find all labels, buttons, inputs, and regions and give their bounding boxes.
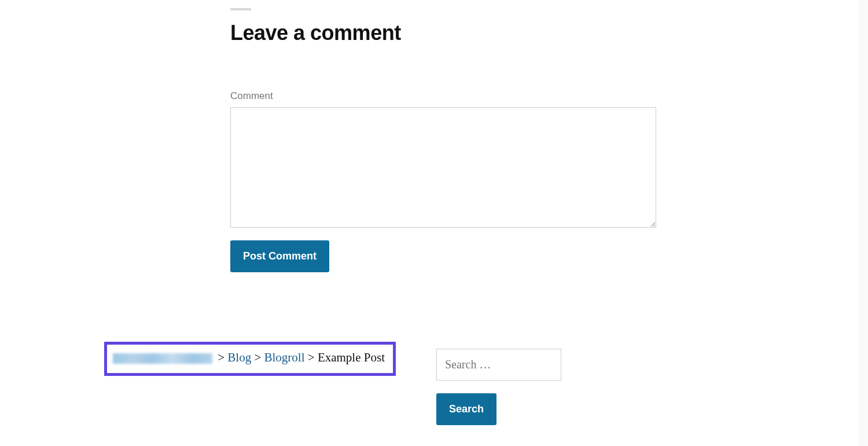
breadcrumb-separator: > bbox=[308, 350, 318, 364]
comment-heading: Leave a comment bbox=[230, 21, 657, 45]
breadcrumb-current: Example Post bbox=[318, 350, 385, 364]
comment-label: Comment bbox=[230, 90, 657, 102]
search-widget: Search bbox=[436, 349, 561, 425]
breadcrumb-separator: > bbox=[218, 350, 227, 364]
breadcrumb-link-blogroll[interactable]: Blogroll bbox=[264, 350, 305, 364]
footer-widgets: > Blog > Blogroll > Example Post Search bbox=[104, 342, 561, 425]
search-input[interactable] bbox=[436, 349, 561, 381]
scrollbar[interactable] bbox=[859, 0, 868, 446]
divider bbox=[230, 8, 251, 10]
breadcrumb: > Blog > Blogroll > Example Post bbox=[104, 342, 396, 376]
search-button[interactable]: Search bbox=[436, 393, 496, 425]
breadcrumb-link-blog[interactable]: Blog bbox=[227, 350, 251, 364]
comment-textarea[interactable] bbox=[230, 107, 656, 228]
comment-section: Leave a comment Comment Post Comment bbox=[230, 0, 657, 272]
breadcrumb-home-blurred[interactable] bbox=[113, 353, 212, 364]
post-comment-button[interactable]: Post Comment bbox=[230, 240, 329, 272]
breadcrumb-separator: > bbox=[254, 350, 264, 364]
